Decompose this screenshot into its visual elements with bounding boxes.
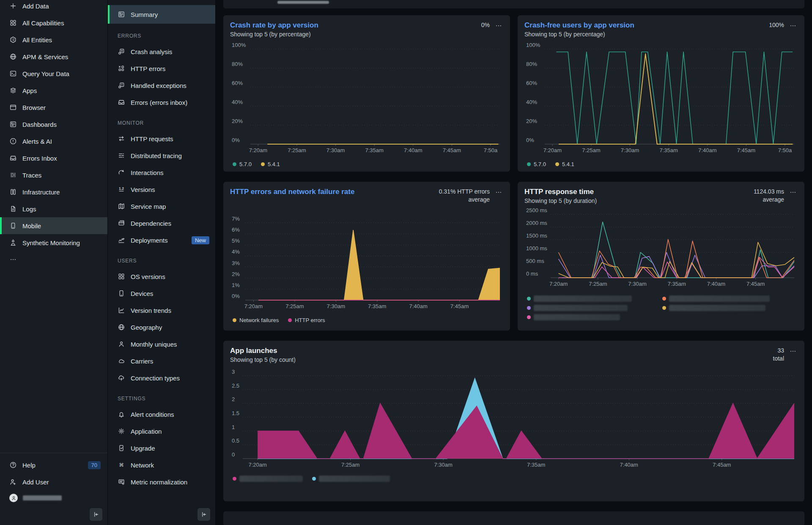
legend-item[interactable]: 5.4.1	[555, 161, 574, 167]
sidebar-item-errors-inbox[interactable]: Errors Inbox	[0, 150, 107, 167]
panel-title-app-launches: App launches	[230, 347, 296, 355]
panel-menu-button[interactable]	[788, 21, 798, 30]
chart-area: 0%20%40%60%80%100%7:20am7:25am7:30am7:35…	[524, 40, 798, 159]
legend-item[interactable]: 5.7.0	[527, 161, 546, 167]
panel-menu-button[interactable]	[788, 347, 798, 356]
subnav-item-errors-errors-inbox[interactable]: Errors (errors inbox)	[108, 94, 215, 111]
upgrade-icon	[118, 444, 125, 452]
sidebar-item-alerts-ai[interactable]: Alerts & AI	[0, 133, 107, 150]
collapse-secondary-sidebar-button[interactable]	[198, 508, 210, 521]
panel-menu-button[interactable]	[494, 188, 503, 197]
legend-label-redacted	[319, 476, 390, 482]
legend-item[interactable]	[527, 305, 662, 311]
subnav-item-devices[interactable]: Devices	[108, 285, 215, 302]
legend-item[interactable]	[312, 476, 390, 482]
subnav-item-interactions[interactable]: Interactions	[108, 164, 215, 181]
subnav-item-summary[interactable]: Summary	[108, 5, 215, 24]
subnav-item-alert-conditions[interactable]: Alert conditions	[108, 406, 215, 423]
sidebar-item-label: Logs	[22, 205, 36, 213]
subnav-item-application[interactable]: Application	[108, 423, 215, 440]
subnav-item-geography[interactable]: Geography	[108, 319, 215, 336]
sidebar-item-label: Query Your Data	[22, 70, 69, 77]
legend-item[interactable]: 5.4.1	[261, 161, 280, 167]
sidebar-item-browser[interactable]: Browser	[0, 99, 107, 116]
subnav-item-crash-analysis[interactable]: Crash analysis	[108, 43, 215, 60]
dashboard-icon	[118, 11, 125, 18]
svg-text:7:20am: 7:20am	[543, 147, 562, 153]
sidebar-item-all-entities[interactable]: All Entities	[0, 31, 107, 48]
svg-text:2%: 2%	[232, 271, 240, 277]
subnav-item-service-map[interactable]: Service map	[108, 198, 215, 215]
sidebar-item-apps[interactable]: Apps	[0, 82, 107, 99]
help-icon	[9, 461, 17, 469]
interactions-icon	[118, 169, 125, 176]
subnav-item-http-requests[interactable]: HTTP requests	[108, 130, 215, 147]
user-menu[interactable]	[0, 490, 107, 506]
legend-item[interactable]	[233, 476, 303, 482]
svg-text:7:40am: 7:40am	[698, 147, 716, 153]
sidebar-item-more[interactable]	[0, 251, 107, 268]
svg-text:0.5: 0.5	[232, 438, 239, 444]
svg-text:2000 ms: 2000 ms	[526, 220, 547, 226]
legend-item[interactable]	[662, 305, 798, 311]
sidebar-item-query-your-data[interactable]: Query Your Data	[0, 65, 107, 82]
panel-header: Crash-free users by app versionShowing t…	[524, 21, 798, 38]
add-user-button[interactable]: Add User	[0, 473, 107, 490]
secondary-sidebar: SummaryERRORSCrash analysisHTTP errorsHa…	[108, 0, 216, 525]
subnav-item-label: Interactions	[131, 169, 164, 176]
collapse-icon	[200, 511, 208, 518]
legend-item[interactable]: HTTP errors	[288, 317, 325, 323]
subnav-item-version-trends[interactable]: Version trends	[108, 302, 215, 319]
panel-value-line: 1124.03 ms	[754, 188, 784, 196]
subnav-item-os-versions[interactable]: OS versions	[108, 268, 215, 285]
panel-title-crash-rate[interactable]: Crash rate by app version	[230, 21, 318, 30]
collapse-primary-sidebar-button[interactable]	[90, 508, 102, 521]
legend-item[interactable]	[527, 295, 662, 302]
sidebar-item-infrastructure[interactable]: Infrastructure	[0, 183, 107, 200]
sidebar-item-logs[interactable]: Logs	[0, 200, 107, 217]
versions-icon: 1.2	[118, 186, 125, 193]
sidebar-item-add-data[interactable]: Add Data	[0, 0, 107, 14]
legend-label: 5.4.1	[268, 161, 280, 167]
panel-title-crash-free[interactable]: Crash-free users by app version	[524, 21, 634, 30]
legend-column	[662, 295, 798, 320]
panel-menu-button[interactable]	[494, 21, 503, 30]
svg-text:7:35am: 7:35am	[659, 147, 678, 153]
legend-item[interactable]	[662, 295, 798, 302]
legend-item[interactable]: Network failures	[233, 317, 279, 323]
sidebar-item-apm-services[interactable]: APM & Services	[0, 48, 107, 65]
subnav-item-metric-normalization[interactable]: Metric normalization	[108, 473, 215, 490]
sidebar-item-dashboards[interactable]: Dashboards	[0, 116, 107, 133]
subnav-section-monitor: MONITOR	[108, 120, 215, 126]
help-button[interactable]: Help 70	[0, 457, 107, 473]
svg-text:100%: 100%	[526, 42, 540, 48]
subnav-item-label: Deployments	[131, 237, 168, 244]
sidebar-item-mobile[interactable]: Mobile	[0, 217, 107, 234]
subnav-item-upgrade[interactable]: Upgrade	[108, 440, 215, 457]
deployments-icon	[118, 236, 125, 244]
chart-legend: 5.7.05.4.1	[230, 161, 503, 167]
subnav-item-versions[interactable]: 1.2Versions	[108, 181, 215, 198]
svg-text:2500 ms: 2500 ms	[526, 207, 547, 213]
legend-item[interactable]: 5.7.0	[233, 161, 252, 167]
legend-item[interactable]	[527, 314, 662, 320]
subnav-item-label: OS versions	[131, 273, 165, 280]
subnav-item-handled-exceptions[interactable]: Handled exceptions	[108, 77, 215, 94]
panel-header: Crash rate by app versionShowing top 5 (…	[230, 21, 503, 38]
sidebar-item-label: All Capabilities	[22, 19, 64, 27]
subnav-item-http-errors[interactable]: HTTP errors	[108, 60, 215, 77]
subnav-item-network[interactable]: ⌘Network	[108, 457, 215, 473]
subnav-item-monthly-uniques[interactable]: Monthly uniques	[108, 336, 215, 353]
panel-title-http-errors-rate[interactable]: HTTP errors and network failure rate	[230, 188, 354, 196]
subnav-item-dependencies[interactable]: Dependencies	[108, 215, 215, 232]
subnav-item-carriers[interactable]: Carriers	[108, 353, 215, 369]
sidebar-item-all-capabilities[interactable]: All Capabilities	[0, 14, 107, 31]
panel-menu-button[interactable]	[788, 188, 798, 197]
svg-text:7:20am: 7:20am	[549, 281, 568, 287]
legend-label: 5.4.1	[562, 161, 574, 167]
sidebar-item-traces[interactable]: Traces	[0, 167, 107, 183]
subnav-item-connection-types[interactable]: Connection types	[108, 369, 215, 386]
sidebar-item-synthetic-monitoring[interactable]: Synthetic Monitoring	[0, 234, 107, 251]
subnav-item-deployments[interactable]: DeploymentsNew	[108, 232, 215, 249]
subnav-item-distributed-tracing[interactable]: Distributed tracing	[108, 147, 215, 164]
